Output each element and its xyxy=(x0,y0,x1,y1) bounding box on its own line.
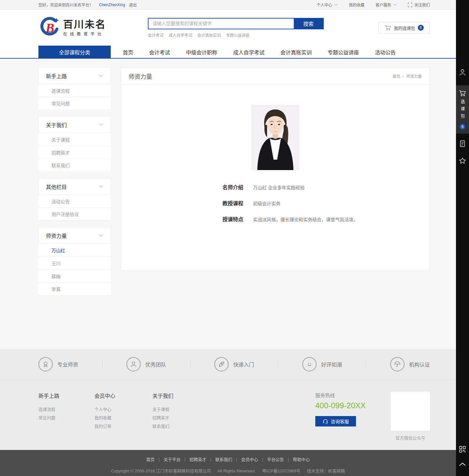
nav-item-adult-self-exam[interactable]: 成人自学考试 xyxy=(233,48,264,56)
sidebar-item-teacher-lizhen[interactable]: 李真 xyxy=(38,282,111,296)
footer-link-user-center[interactable]: 个人中心 xyxy=(94,405,152,414)
feature-good-reviews: 好评如潮 xyxy=(302,357,342,371)
user-center-label: 个人中心 xyxy=(317,2,332,7)
cart-icon xyxy=(459,90,466,96)
section-title: 关于我们 xyxy=(46,121,67,129)
feature-label: 快速入门 xyxy=(233,360,254,368)
bottom-link-contact[interactable]: 联系我们 xyxy=(215,456,232,462)
divider: | xyxy=(159,457,160,462)
footer-col-title: 新手上路 xyxy=(38,392,94,399)
bottom-link-home[interactable]: 首页 xyxy=(146,456,155,462)
user-center-menu[interactable]: 个人中心 xyxy=(317,2,338,7)
footer-link-faq[interactable]: 常见问题 xyxy=(38,414,94,422)
hot-link[interactable]: 成人自学考试 xyxy=(169,32,192,38)
divider: | xyxy=(236,457,237,462)
section-title: 其他栏目 xyxy=(46,183,67,191)
back-to-top-button[interactable] xyxy=(456,459,469,470)
toolbar-favorite-button[interactable] xyxy=(456,155,469,166)
nav-item-public-lectures[interactable]: 专题公益讲座 xyxy=(328,48,359,56)
sidebar-item-user-agreement[interactable]: 用户注册协议 xyxy=(38,208,111,221)
sidebar-item-teacher-wangchuan[interactable]: 王川 xyxy=(38,256,111,269)
nav-item-accounting-exam[interactable]: 会计考试 xyxy=(149,48,170,56)
bottom-link-platform-notice[interactable]: 平台公告 xyxy=(267,456,284,462)
sidebar-section-newbie: 新手上路 选课流程 常见问题 xyxy=(38,67,111,110)
sidebar-item-teacher-wanshanhong[interactable]: 万山红 xyxy=(38,243,111,256)
feature-label: 好评如潮 xyxy=(321,360,342,368)
breadcrumb-current: 师资力量 xyxy=(406,73,422,79)
footer-link-contact[interactable]: 联系我们 xyxy=(152,422,218,431)
sidebar-head-teachers[interactable]: 师资力量 xyxy=(38,227,111,243)
breadcrumb: 首页 › 师资力量 xyxy=(392,73,422,79)
umbrella-icon xyxy=(390,357,405,371)
cart-count-badge: 6 xyxy=(418,25,424,31)
feature-certified-institution: 机构认证 xyxy=(390,357,430,371)
footer-link-course-flow[interactable]: 选课流程 xyxy=(38,405,94,414)
search-button[interactable]: 搜索 xyxy=(294,19,323,29)
chevron-down-icon xyxy=(99,234,103,237)
logout-link[interactable]: 退出 xyxy=(129,2,137,7)
sidebar-item-activity-notice[interactable]: 活动公告 xyxy=(38,195,111,208)
divider xyxy=(366,359,366,369)
qrcode-icon xyxy=(459,446,466,453)
footer-col-title: 关于我们 xyxy=(152,392,218,399)
chevron-down-icon xyxy=(99,74,103,77)
bottom-link-about-platform[interactable]: 关于平台 xyxy=(163,456,180,462)
username-link[interactable]: ChenZhenXing xyxy=(99,3,125,7)
consult-service-button[interactable]: 咨询客服 xyxy=(315,416,356,426)
chevron-down-icon xyxy=(99,185,103,188)
divider xyxy=(278,359,278,369)
hot-link[interactable]: 专题公益讲座 xyxy=(226,32,249,38)
footer-link-recruitment[interactable]: 招聘英才 xyxy=(152,414,218,422)
footer-col-title: 会员中心 xyxy=(94,392,152,399)
footer-link-favorites[interactable]: 我的收藏 xyxy=(94,414,152,422)
nav-item-real-account-training[interactable]: 会计真账实训 xyxy=(280,48,312,56)
nav-item-home[interactable]: 首页 xyxy=(123,48,133,56)
hot-link[interactable]: 会计真账实训 xyxy=(197,32,221,38)
logo-subtitle: 在线教育平台 xyxy=(63,31,106,36)
all-courses-button[interactable]: 全部课程分类 xyxy=(38,46,111,59)
star-icon xyxy=(459,157,466,164)
sidebar-item-recruitment[interactable]: 招聘英才 xyxy=(38,146,111,159)
breadcrumb-home-link[interactable]: 首页 xyxy=(392,73,400,79)
sidebar-head-about[interactable]: 关于我们 xyxy=(38,116,111,133)
section-title: 新手上路 xyxy=(46,72,67,80)
sidebar-section-teachers: 师资力量 万山红 王川 薛梅 李真 xyxy=(38,227,111,296)
sidebar-item-teacher-xuemei[interactable]: 薛梅 xyxy=(38,269,111,282)
nav-item-announcements[interactable]: 活动公告 xyxy=(375,48,396,56)
sidebar-item-contact-us[interactable]: 联系我们 xyxy=(38,159,111,172)
bottom-link-recruitment[interactable]: 招聘英才 xyxy=(190,456,206,462)
toolbar-user-button[interactable] xyxy=(456,66,469,79)
user-icon xyxy=(459,69,466,76)
footer-col-member: 会员中心 个人中心 我的收藏 我的订单 xyxy=(94,392,152,431)
divider: | xyxy=(262,457,263,462)
footer-link-about-courses[interactable]: 关于课程 xyxy=(152,405,218,414)
search-input[interactable] xyxy=(149,19,294,29)
bottom-link-help-center[interactable]: 帮助中心 xyxy=(293,456,310,462)
sidebar-item-faq[interactable]: 常见问题 xyxy=(38,97,111,110)
toolbar-course-package-button[interactable]: 选课包 6 xyxy=(456,85,469,134)
footer-col-about: 关于我们 关于课程 招聘英才 联系我们 xyxy=(152,392,218,431)
rocket-icon xyxy=(214,357,229,371)
divider xyxy=(102,359,103,369)
customer-service-menu[interactable]: 客户服务 xyxy=(376,2,397,7)
my-course-package-button[interactable]: 我的选课包 6 xyxy=(378,22,430,34)
footer-link-orders[interactable]: 我的订单 xyxy=(94,422,152,431)
page-title: 师资力量 xyxy=(129,72,152,80)
toolbar-document-button[interactable] xyxy=(456,138,469,149)
logo-title: 百川未名 xyxy=(63,19,106,30)
sidebar-head-newbie[interactable]: 新手上路 xyxy=(38,67,111,84)
bottom-link-member-center[interactable]: 会员中心 xyxy=(241,456,258,462)
scan-qr-icon xyxy=(408,3,412,7)
rights-text: All Rights Reserved. xyxy=(218,469,256,473)
sidebar-head-other[interactable]: 其他栏目 xyxy=(38,178,111,195)
follow-us-link[interactable]: 关注我们 xyxy=(408,2,430,7)
sidebar: 新手上路 选课流程 常见问题 关于我们 关于课程 招聘英才 联系我们 其他栏目 xyxy=(38,67,111,302)
icp-number: 粤ICP备11072869号 xyxy=(262,469,301,473)
hot-link[interactable]: 会计考试 xyxy=(148,32,163,38)
nav-item-intermediate-title[interactable]: 中级会计职称 xyxy=(186,48,217,56)
toolbar-qrcode-button[interactable] xyxy=(456,444,469,455)
sidebar-item-about-courses[interactable]: 关于课程 xyxy=(38,133,111,146)
favorites-link[interactable]: 我的收藏 xyxy=(349,2,364,7)
site-logo[interactable]: B 百川未名 在线教育平台 xyxy=(38,17,106,39)
sidebar-item-course-flow[interactable]: 选课流程 xyxy=(38,84,111,97)
